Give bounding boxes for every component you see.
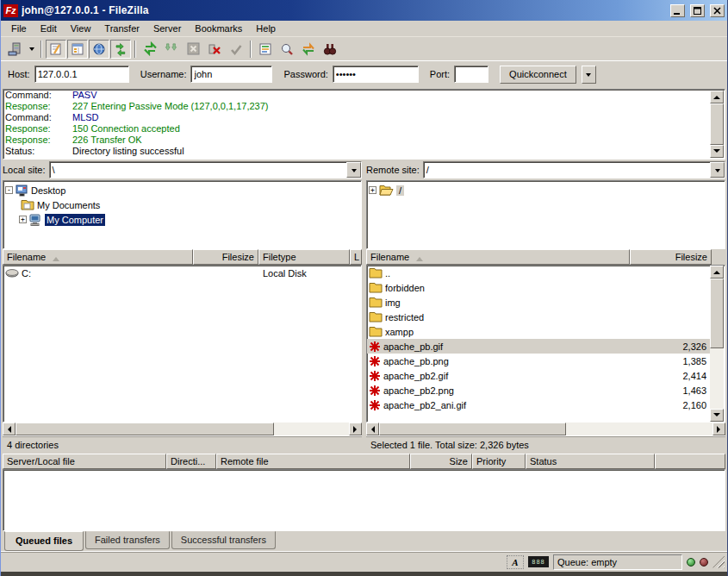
scroll-right-icon[interactable] <box>712 423 725 435</box>
local-tree[interactable]: - Desktop My Documents + My Computer <box>3 180 362 249</box>
documents-folder-icon <box>21 199 34 210</box>
local-horizontal-scrollbar[interactable] <box>3 423 362 435</box>
file-row[interactable]: C: Local Disk <box>3 266 361 280</box>
remote-tree[interactable]: + / <box>366 180 725 249</box>
find-files-icon[interactable] <box>320 40 340 59</box>
column-header-filename[interactable]: Filename <box>3 249 193 265</box>
window-title: john@127.0.0.1 - FileZilla <box>22 4 665 16</box>
tree-item-my-computer[interactable]: + My Computer <box>19 212 361 227</box>
column-header-remote-file[interactable]: Remote file <box>216 454 410 469</box>
column-header-lastmodified[interactable]: L <box>350 249 362 265</box>
port-input[interactable] <box>454 66 488 83</box>
menu-edit[interactable]: Edit <box>34 22 64 35</box>
tab-failed-transfers[interactable]: Failed transfers <box>85 531 170 549</box>
tree-item-my-documents[interactable]: My Documents <box>21 197 361 212</box>
quickconnect-button[interactable]: Quickconnect <box>500 66 576 84</box>
filter-icon[interactable] <box>255 40 276 59</box>
maximize-button[interactable] <box>690 4 705 17</box>
scroll-left-icon[interactable] <box>3 423 16 435</box>
column-header-filesize[interactable]: Filesize <box>630 249 712 265</box>
menu-help[interactable]: Help <box>249 22 283 35</box>
scroll-left-icon[interactable] <box>366 423 379 435</box>
menu-transfer[interactable]: Transfer <box>97 22 146 35</box>
file-row[interactable]: apache_pb.png1,385 <box>367 354 712 368</box>
cancel-icon[interactable] <box>183 40 203 59</box>
resize-grip[interactable] <box>712 556 725 568</box>
remote-list-body[interactable]: .. forbidden img restricted xampp apache… <box>366 265 725 423</box>
quickconnect-dropdown-icon[interactable] <box>582 66 596 84</box>
transfer-type-indicator-icon[interactable]: A <box>507 555 524 569</box>
minimize-button[interactable] <box>670 4 685 17</box>
column-header-status[interactable]: Status <box>526 454 655 469</box>
collapse-icon[interactable]: - <box>5 186 13 194</box>
scroll-down-icon[interactable] <box>710 145 724 158</box>
remote-site-combo[interactable]: / <box>423 161 725 178</box>
menu-bookmarks[interactable]: Bookmarks <box>188 22 249 35</box>
file-row[interactable]: apache_pb2.gif2,414 <box>367 368 712 383</box>
scroll-right-icon[interactable] <box>349 423 362 435</box>
column-header-priority[interactable]: Priority <box>472 454 526 469</box>
titlebar: Fz john@127.0.0.1 - FileZilla <box>1 0 727 21</box>
log-vertical-scrollbar[interactable] <box>710 91 724 158</box>
site-manager-dropdown-icon[interactable] <box>26 40 37 59</box>
file-row[interactable]: forbidden <box>367 280 712 295</box>
file-row[interactable]: img <box>367 295 712 310</box>
chevron-down-icon[interactable] <box>710 162 725 178</box>
tab-successful-transfers[interactable]: Successful transfers <box>171 531 276 549</box>
toggle-queue-icon[interactable] <box>110 40 131 59</box>
column-header-server-local-file[interactable]: Server/Local file <box>3 454 166 469</box>
remote-vertical-scrollbar[interactable] <box>710 266 724 422</box>
password-input[interactable] <box>333 66 419 83</box>
chevron-down-icon[interactable] <box>346 162 361 178</box>
queue-body[interactable] <box>3 469 725 531</box>
scroll-thumb[interactable] <box>379 423 566 435</box>
tab-queued-files[interactable]: Queued files <box>4 531 84 551</box>
username-input[interactable] <box>190 66 272 83</box>
menu-file[interactable]: File <box>4 22 34 35</box>
port-label: Port: <box>430 69 450 79</box>
column-header-filename[interactable]: Filename <box>366 249 630 265</box>
remote-horizontal-scrollbar[interactable] <box>366 423 725 435</box>
scroll-up-icon[interactable] <box>710 266 724 279</box>
message-log[interactable]: Command:PASV Response:227 Entering Passi… <box>3 89 725 160</box>
synchronized-browsing-icon[interactable] <box>298 40 319 59</box>
column-header-filesize[interactable]: Filesize <box>193 249 258 265</box>
file-row[interactable]: apache_pb2_ani.gif2,160 <box>367 398 712 412</box>
scroll-thumb[interactable] <box>710 279 724 348</box>
scroll-thumb[interactable] <box>710 103 724 145</box>
reconnect-icon[interactable] <box>226 40 246 59</box>
expand-icon[interactable]: + <box>19 216 27 223</box>
toggle-remote-tree-icon[interactable] <box>89 40 109 59</box>
local-site-combo[interactable]: \ <box>49 161 362 178</box>
column-header-filetype[interactable]: Filetype <box>258 249 350 265</box>
process-queue-icon[interactable] <box>161 40 182 59</box>
menu-view[interactable]: View <box>64 22 98 35</box>
speed-limits-icon[interactable]: 888 <box>528 556 549 567</box>
site-manager-icon[interactable] <box>4 40 25 59</box>
file-row[interactable]: apache_pb2.png1,463 <box>367 383 712 398</box>
scroll-up-icon[interactable] <box>710 91 724 103</box>
file-row[interactable]: .. <box>367 266 712 280</box>
file-row-selected[interactable]: apache_pb.gif2,326 <box>367 339 712 354</box>
column-header-size[interactable]: Size <box>410 454 472 469</box>
disconnect-icon[interactable] <box>204 40 225 59</box>
refresh-icon[interactable] <box>140 40 160 59</box>
computer-icon <box>29 214 42 226</box>
expand-icon[interactable]: + <box>369 186 376 194</box>
menu-server[interactable]: Server <box>146 22 188 35</box>
tree-item-desktop[interactable]: - Desktop <box>5 183 361 197</box>
file-row[interactable]: restricted <box>367 310 712 324</box>
column-header-direction[interactable]: Directi... <box>166 454 216 469</box>
scroll-down-icon[interactable] <box>710 409 724 422</box>
toggle-local-tree-icon[interactable] <box>67 40 88 59</box>
toggle-message-log-icon[interactable] <box>46 40 66 59</box>
file-row[interactable]: xampp <box>367 324 712 339</box>
directory-comparison-icon[interactable] <box>277 40 297 59</box>
tree-item-root[interactable]: + / <box>369 183 725 197</box>
local-list-body[interactable]: C: Local Disk <box>3 265 362 423</box>
filezilla-logo-icon: Fz <box>3 4 18 17</box>
scroll-thumb[interactable] <box>16 423 274 435</box>
activity-led-green-icon <box>687 558 695 567</box>
close-button[interactable] <box>710 4 725 17</box>
host-input[interactable] <box>34 66 129 83</box>
